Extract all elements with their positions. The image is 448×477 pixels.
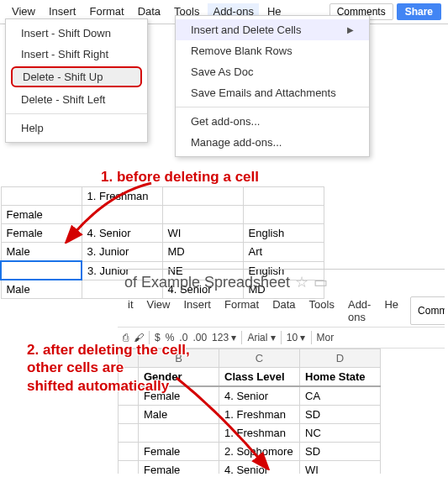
cell[interactable]: Female <box>139 443 219 461</box>
addons-save-as-doc[interactable]: Save As Doc <box>176 61 369 82</box>
cell[interactable]: MD <box>162 243 243 262</box>
addons-menu: Insert and Delete Cells ▶ Remove Blank R… <box>175 15 370 157</box>
cell[interactable] <box>119 461 139 474</box>
menu-insert-shift-down[interactable]: Insert - Shift Down <box>6 23 147 44</box>
cell[interactable] <box>119 406 139 424</box>
menu-help[interactable]: Help <box>6 118 147 139</box>
header-cell[interactable]: Home State <box>300 368 381 387</box>
header-cell[interactable]: Class Level <box>219 368 300 387</box>
cell[interactable]: 4. Senior <box>219 461 300 474</box>
cell[interactable]: Female <box>139 461 219 474</box>
comments-button-2[interactable]: Comments <box>410 296 445 325</box>
addons-insert-delete-label: Insert and Delete Cells <box>191 24 302 36</box>
cell[interactable] <box>119 424 139 443</box>
cell[interactable]: Female <box>1 206 82 224</box>
cell[interactable]: WI <box>162 224 243 243</box>
chevron-right-icon: ▶ <box>347 25 354 34</box>
cell[interactable] <box>243 206 324 224</box>
menu2-insert[interactable]: Insert <box>178 296 216 325</box>
cell[interactable]: 1. Freshman <box>82 187 162 206</box>
menu2-view[interactable]: View <box>142 296 176 325</box>
menu-view[interactable]: View <box>7 3 40 20</box>
font-select[interactable]: Arial ▾ <box>247 332 275 343</box>
cell[interactable]: WI <box>300 461 381 474</box>
cell[interactable] <box>162 206 243 224</box>
cell[interactable]: Male <box>1 243 82 262</box>
menu-delete-shift-left[interactable]: Delete - Shift Left <box>6 89 147 110</box>
cell[interactable] <box>162 187 243 206</box>
menu-format[interactable]: Format <box>84 3 129 20</box>
menu-data[interactable]: Data <box>133 3 166 20</box>
cell[interactable]: English <box>243 224 324 243</box>
annotation-2: 2. after deleting the cell, other cells … <box>27 341 190 395</box>
menu-insert-shift-right[interactable]: Insert - Shift Right <box>6 44 147 65</box>
addons-get[interactable]: Get add-ons... <box>176 111 369 132</box>
menu2-it[interactable]: it <box>123 296 139 325</box>
addons-insert-delete-cells[interactable]: Insert and Delete Cells ▶ <box>176 19 369 40</box>
cell[interactable] <box>1 261 82 280</box>
menu2-help[interactable]: He <box>379 296 403 325</box>
menu-delete-shift-up[interactable]: Delete - Shift Up <box>11 66 142 87</box>
menu2-format[interactable]: Format <box>219 296 264 325</box>
menu2-tools[interactable]: Tools <box>304 296 340 325</box>
cell[interactable]: 1. Freshman <box>219 424 300 443</box>
dec00-button[interactable]: .00 <box>192 332 207 343</box>
cell[interactable]: NC <box>300 424 381 443</box>
cell[interactable]: 4. Senior <box>82 224 162 243</box>
cell[interactable] <box>139 424 219 443</box>
cell[interactable]: Male <box>1 280 82 299</box>
share-button[interactable]: Share <box>397 3 441 20</box>
cell[interactable] <box>1 187 82 206</box>
addons-save-emails[interactable]: Save Emails and Attachments <box>176 82 369 103</box>
cell[interactable]: SD <box>300 443 381 461</box>
cell[interactable]: 2. Sophomore <box>219 443 300 461</box>
menubar-after: it View Insert Format Data Tools Add-ons… <box>118 295 445 327</box>
doc-title: of Example Spreadsheet ☆ ▭ <box>118 270 445 295</box>
col-head[interactable]: C <box>219 349 300 368</box>
fontsize-select[interactable]: 10 ▾ <box>287 332 306 343</box>
doc-title-text: of Example Spreadsheet <box>124 274 290 291</box>
menu2-data[interactable]: Data <box>267 296 300 325</box>
addons-manage[interactable]: Manage add-ons... <box>176 132 369 153</box>
addons-remove-blank-rows[interactable]: Remove Blank Rows <box>176 40 369 61</box>
cell[interactable]: 3. Junior <box>82 243 162 262</box>
folder-icon[interactable]: ▭ <box>314 273 328 291</box>
cell[interactable]: Female <box>1 224 82 243</box>
cell[interactable]: 1. Freshman <box>219 406 300 424</box>
annotation-1: 1. before deleting a cell <box>101 168 259 186</box>
more-button[interactable]: Mor <box>317 332 335 343</box>
cell[interactable]: Art <box>243 243 324 262</box>
cell[interactable]: CA <box>300 386 381 406</box>
cell[interactable]: SD <box>300 406 381 424</box>
context-menu: Insert - Shift Down Insert - Shift Right… <box>5 18 148 143</box>
menu-insert[interactable]: Insert <box>44 3 82 20</box>
cell[interactable]: Male <box>139 406 219 424</box>
menu2-addons[interactable]: Add-ons <box>343 296 376 325</box>
cell[interactable] <box>82 206 162 224</box>
cell[interactable]: 4. Senior <box>219 386 300 406</box>
numfmt-button[interactable]: 123 ▾ <box>212 332 236 343</box>
star-icon[interactable]: ☆ <box>295 273 308 291</box>
col-head[interactable]: D <box>300 349 381 368</box>
cell[interactable] <box>119 443 139 461</box>
cell[interactable] <box>243 187 324 206</box>
